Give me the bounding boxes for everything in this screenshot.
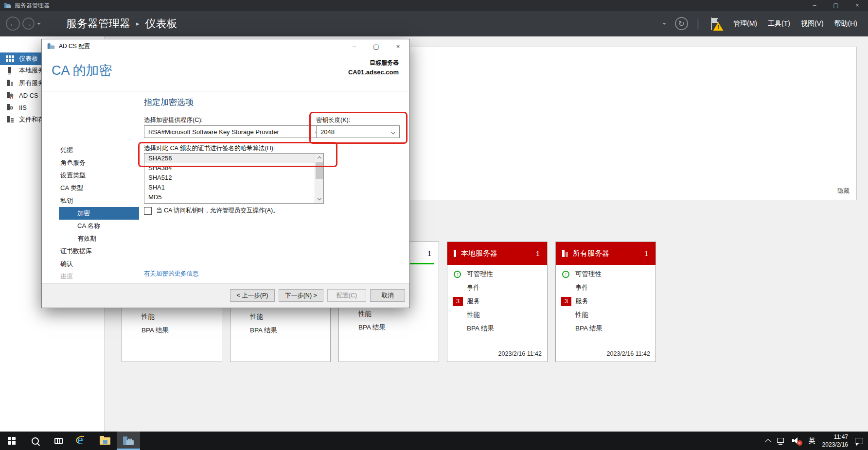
dialog-minimize-button[interactable]: – [343,39,365,53]
tile-timestamp: 2023/2/16 11:42 [498,350,542,357]
wizard-nav-credentials[interactable]: 凭据 [60,144,73,156]
search-button[interactable] [23,432,47,450]
iis-icon [6,104,15,111]
wizard-nav-private-key[interactable]: 私钥 [60,195,73,207]
wizard-nav-ca-type[interactable]: CA 类型 [60,182,83,194]
wizard-nav-ca-name[interactable]: CA 名称 [77,220,100,232]
breadcrumb: 服务器管理器 ▸ 仪表板 [66,17,177,31]
tile-row[interactable]: BPA 结果 [237,324,330,337]
dialog-maximize-button[interactable]: ▢ [365,39,387,53]
hash-option-sha1[interactable]: SHA1 [144,183,323,192]
provider-value: RSA#Microsoft Software Key Storage Provi… [148,128,279,136]
refresh-icon[interactable]: ↻ [675,17,688,30]
taskbar-clock[interactable]: 11:47 2023/2/16 [822,433,848,449]
tile-row[interactable]: BPA 结果 [562,322,655,335]
tile-header[interactable]: 所有服务器 1 [556,242,655,265]
wizard-content: 指定加密选项 选择加密提供程序(C): RSA#Microsoft Softwa… [139,91,409,284]
target-server-label: 目标服务器 [348,59,399,67]
scroll-down-icon[interactable] [315,195,323,203]
breadcrumb-root[interactable]: 服务器管理器 [66,17,130,31]
dashboard-icon [6,55,15,63]
server-manager-button[interactable] [117,432,140,450]
history-chevron-icon[interactable] [37,23,41,27]
internet-explorer-button[interactable] [70,432,93,450]
tile-row[interactable]: BPA 结果 [454,322,547,335]
tile-row-label: 性能 [250,312,263,321]
notifications-chevron-icon[interactable] [662,23,666,27]
forward-icon[interactable]: → [22,17,35,30]
wizard-nav-certificate-database[interactable]: 证书数据库 [60,245,92,257]
action-center-icon[interactable] [855,438,863,444]
taskbar: × 英 11:47 2023/2/16 [0,432,868,450]
allow-admin-interaction-checkbox[interactable] [144,207,152,215]
provider-combobox[interactable]: RSA#Microsoft Software Key Storage Provi… [144,125,324,138]
back-icon[interactable]: ← [6,17,20,31]
tile-row-label: BPA 结果 [575,324,602,333]
tile-row[interactable]: ↑可管理性 [562,267,655,281]
svg-text:!: ! [717,24,719,31]
internet-explorer-icon [75,434,88,447]
wizard-nav-validity-period[interactable]: 有效期 [77,233,96,244]
tile-row[interactable]: 3服务 [562,294,655,308]
network-icon[interactable] [777,438,785,444]
hash-algorithm-listbox[interactable]: SHA256 SHA384 SHA512 SHA1 MD5 [144,153,324,204]
maximize-button[interactable]: ▢ [825,0,847,11]
header-divider: | [697,18,699,29]
hash-option-sha512[interactable]: SHA512 [144,173,323,183]
tile-row[interactable]: 3服务 [454,294,547,308]
local-server-icon [6,67,15,74]
tile-header[interactable]: 本地服务器 1 [447,242,547,265]
next-button[interactable]: 下一步(N) > [279,289,323,302]
start-button[interactable] [0,432,23,450]
tile-row[interactable]: 性能 [237,310,330,324]
close-button[interactable]: × [847,0,868,11]
minimize-button[interactable]: – [804,0,825,11]
breadcrumb-separator: ▸ [136,20,140,27]
tile-row[interactable]: BPA 结果 [345,321,439,334]
tile-row-label: BPA 结果 [142,326,169,335]
hide-link[interactable]: 隐藏 [837,187,850,195]
dialog-titlebar[interactable]: AD CS 配置 – ▢ × [42,39,409,53]
tile-row[interactable]: ↑可管理性 [454,267,547,281]
role-tile-all-servers[interactable]: 所有服务器 1 ↑可管理性 事件 3服务 性能 BPA 结果 2023/2/16… [555,242,656,362]
key-length-combobox[interactable]: 2048 [316,125,400,138]
menu-manage[interactable]: 管理(M) [732,17,758,30]
file-explorer-button[interactable] [93,432,117,450]
tray-chevron-icon[interactable] [765,439,771,445]
listbox-scrollbar[interactable] [315,154,323,203]
wizard-nav-setup-type[interactable]: 设置类型 [60,170,86,181]
tile-row-label: 性能 [575,311,588,319]
notification-flag-warning-icon[interactable]: ! [708,17,724,31]
file-storage-icon [6,116,15,123]
tile-row[interactable]: BPA 结果 [128,324,222,337]
task-view-button[interactable] [47,432,70,450]
clock-time: 11:47 [822,433,848,441]
cancel-button[interactable]: 取消 [370,289,405,302]
wizard-nav-role-services[interactable]: 角色服务 [60,157,86,169]
tile-row[interactable]: 性能 [454,308,547,322]
more-info-link[interactable]: 有关加密的更多信息 [144,270,199,278]
tile-row[interactable]: 事件 [562,281,655,294]
menu-help[interactable]: 帮助(H) [833,17,858,30]
ime-language-indicator[interactable]: 英 [809,436,815,445]
menu-view[interactable]: 视图(V) [800,17,825,30]
ad-cs-icon [6,92,15,99]
dialog-close-button[interactable]: × [387,39,409,53]
tile-row[interactable]: 性能 [128,310,222,324]
breadcrumb-current: 仪表板 [145,17,177,31]
tile-row[interactable]: 性能 [345,307,439,321]
allow-admin-interaction-row[interactable]: 当 CA 访问私钥时，允许管理员交互操作(A)。 [144,207,279,215]
menu-tools[interactable]: 工具(T) [767,17,791,30]
scrollbar-thumb[interactable] [316,162,323,179]
tile-row[interactable]: 性能 [562,308,655,322]
previous-button[interactable]: < 上一步(P) [230,289,275,302]
volume-muted-icon[interactable]: × [792,437,802,445]
scroll-up-icon[interactable] [315,154,323,162]
role-tile-local-server[interactable]: 本地服务器 1 ↑可管理性 事件 3服务 性能 BPA 结果 2023/2/16… [447,242,548,362]
wizard-nav-cryptography[interactable]: 加密 [77,208,90,219]
hash-option-md5[interactable]: MD5 [144,192,323,202]
hash-option-sha384[interactable]: SHA384 [144,163,323,173]
wizard-nav-confirmation[interactable]: 确认 [60,258,73,270]
hash-option-sha256[interactable]: SHA256 [144,154,323,163]
tile-row[interactable]: 事件 [454,281,547,294]
